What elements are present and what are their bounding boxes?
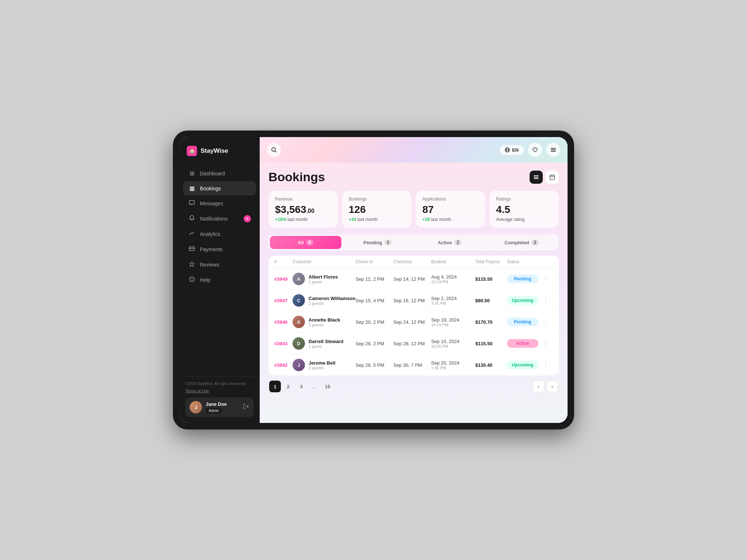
sidebar-item-messages[interactable]: Messages	[183, 196, 256, 211]
stat-card-bookings: Bookings 126 +34 last month	[342, 191, 411, 228]
checkout-date: Sep 28, 12 PM	[394, 341, 431, 346]
booking-id: #3949	[274, 276, 293, 282]
status-badge: Upcoming	[507, 361, 538, 369]
avatar: J	[190, 401, 202, 413]
row-more-button[interactable]: ⋮	[538, 339, 553, 348]
svg-rect-1	[189, 247, 194, 250]
row-more-button[interactable]: ⋮	[538, 360, 553, 370]
table-row: #3949 A Albert Flores 1 guest Sep 12, 2 …	[268, 268, 559, 290]
avatar: D	[293, 337, 305, 350]
customer-info: D Darrell Steward 1 guest	[293, 337, 356, 350]
svg-rect-0	[189, 201, 194, 204]
stat-value: $3,563.00	[275, 205, 331, 215]
customer-guests: 2 guests	[309, 323, 340, 327]
page-3-button[interactable]: 3	[295, 381, 307, 392]
total-payout: $130.40	[475, 362, 507, 368]
page-title: Bookings	[268, 170, 325, 184]
tab-pending[interactable]: Pending 2	[342, 236, 414, 249]
tab-count: 2	[384, 240, 392, 245]
tab-label: All	[298, 240, 304, 245]
search-button[interactable]	[267, 143, 281, 157]
page-numbers: 1 2 3 ... 15	[269, 381, 333, 392]
page-header: Bookings	[268, 170, 559, 184]
logo-icon: 🏠	[187, 146, 197, 156]
svg-marker-3	[190, 262, 194, 267]
tab-count: 2	[454, 240, 462, 245]
svg-rect-17	[550, 175, 555, 179]
total-payout: $115.50	[475, 341, 507, 346]
table-header: # Customer Check-In Checkout Booked Tota…	[268, 256, 559, 268]
language-label: EN	[512, 147, 519, 153]
tab-all[interactable]: All 6	[270, 236, 341, 249]
row-more-button[interactable]: ⋮	[538, 296, 553, 305]
terms-link[interactable]: Terms of Use	[185, 389, 254, 393]
sidebar-item-label: Analytics	[200, 231, 220, 237]
booking-id: #3946	[274, 319, 293, 325]
copyright-text: ©2024 StayWise. All rights resevered.	[185, 381, 254, 386]
tab-count: 6	[306, 240, 314, 245]
customer-guests: 2 guests	[309, 301, 355, 306]
prev-page-button[interactable]: ‹	[533, 381, 544, 392]
favorites-button[interactable]	[528, 143, 542, 157]
stat-label: Bookings	[349, 197, 405, 202]
sidebar: 🏠 StayWise ⊞ Dashboard ▦ Bookings	[179, 137, 260, 423]
checkin-date: Sep 28, 5 PM	[356, 362, 394, 368]
sidebar-item-label: Reviews	[200, 262, 219, 268]
page-2-button[interactable]: 2	[282, 381, 294, 392]
customer-info: J Jerome Bell 2 guests	[293, 359, 356, 371]
sidebar-item-reviews[interactable]: Reviews	[183, 257, 256, 272]
customer-name: Annette Black	[309, 317, 340, 323]
table-row: #3946 A Annette Black 2 guests Sep 20, 2…	[268, 311, 559, 333]
avatar: C	[293, 294, 305, 307]
nav-items: ⊞ Dashboard ▦ Bookings Messages	[179, 166, 260, 373]
next-page-button[interactable]: ›	[546, 381, 558, 392]
col-actions	[538, 259, 553, 264]
calendar-view-button[interactable]	[546, 171, 559, 184]
sidebar-item-help[interactable]: ? Help	[183, 273, 256, 287]
page-15-button[interactable]: 15	[322, 381, 333, 392]
pagination: 1 2 3 ... 15 ‹ ›	[268, 381, 559, 392]
stat-change: +34 last month	[349, 217, 405, 222]
stat-label: Ratings	[496, 197, 552, 202]
table-row: #3943 D Darrell Steward 1 guest Sep 26, …	[268, 333, 559, 354]
stat-value: 4.5	[496, 205, 552, 215]
sidebar-item-analytics[interactable]: Analytics	[183, 227, 256, 241]
booked-time: 10:55 PM	[431, 344, 475, 349]
sidebar-item-dashboard[interactable]: ⊞ Dashboard	[183, 166, 256, 180]
analytics-icon	[188, 230, 196, 238]
checkout-date: Sep 24, 12 PM	[394, 319, 431, 325]
svg-text:?: ?	[191, 278, 193, 281]
customer-info: A Annette Black 2 guests	[293, 316, 356, 328]
sidebar-item-bookings[interactable]: ▦ Bookings	[183, 181, 256, 195]
tab-label: Active	[438, 240, 452, 245]
row-more-button[interactable]: ⋮	[538, 274, 553, 284]
sidebar-item-notifications[interactable]: Notifications 6	[183, 211, 256, 226]
booked-date: Aug 4, 2024	[431, 274, 475, 280]
checkin-date: Sep 15, 4 PM	[356, 298, 394, 303]
list-view-button[interactable]	[530, 171, 543, 184]
table-row: #3947 C Cameron Williamson 2 guests Sep …	[268, 290, 559, 311]
user-role: Admin	[206, 408, 222, 413]
stat-change: +28 last month	[422, 217, 479, 222]
checkout-date: Sep 30, 7 PM	[393, 362, 431, 368]
checkout-date: Sep 14, 12 PM	[394, 276, 431, 282]
row-more-button[interactable]: ⋮	[538, 317, 553, 327]
booked-date: Sep 2, 2024	[431, 296, 475, 301]
checkout-date: Sep 16, 12 PM	[393, 298, 431, 303]
tab-active[interactable]: Active 2	[414, 236, 485, 249]
bookings-table: # Customer Check-In Checkout Booked Tota…	[268, 256, 559, 376]
user-name: Jane Doe	[206, 401, 239, 407]
logout-button[interactable]	[243, 403, 249, 411]
dashboard-icon: ⊞	[188, 170, 196, 177]
language-button[interactable]: EN	[500, 145, 524, 155]
col-checkout: Checkout	[394, 259, 431, 264]
page-content: Bookings Revenue $	[260, 163, 568, 423]
payments-icon	[188, 246, 196, 253]
booked-date: Sep 20, 2024	[431, 360, 475, 366]
tab-completed[interactable]: Completed 2	[486, 236, 558, 249]
checkin-date: Sep 12, 2 PM	[356, 276, 394, 282]
page-1-button[interactable]: 1	[269, 381, 281, 392]
notifications-badge: 6	[244, 215, 251, 222]
menu-button[interactable]	[546, 143, 560, 157]
sidebar-item-payments[interactable]: Payments	[183, 242, 256, 257]
